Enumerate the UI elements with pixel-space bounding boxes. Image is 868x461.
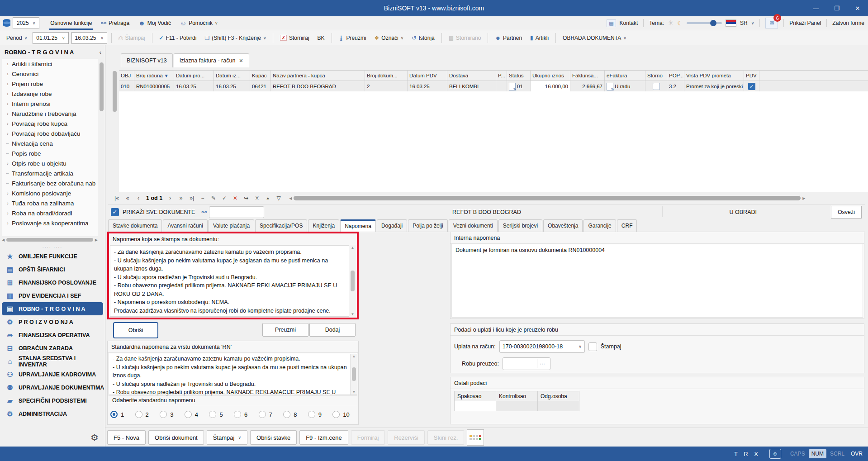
expand-chevron-icon[interactable]: › bbox=[5, 101, 10, 106]
scroll-right-icon[interactable]: ▶ bbox=[95, 238, 98, 242]
grid-cell[interactable]: 16.03.25 bbox=[408, 81, 447, 92]
grid-cell[interactable]: 010 bbox=[119, 81, 134, 92]
standard-napomena-radio-3[interactable]: 3 bbox=[160, 411, 185, 418]
grid-cell[interactable]: RN010000005 bbox=[134, 81, 174, 92]
scroll-thumb[interactable] bbox=[6, 238, 93, 242]
stampaj-button[interactable]: ⎙ Štampaj bbox=[116, 32, 148, 44]
column-header[interactable]: Storno bbox=[645, 71, 667, 81]
tab-avansni-ra-uni[interactable]: Avansni računi bbox=[163, 219, 208, 232]
radio-icon[interactable] bbox=[259, 411, 266, 418]
column-header[interactable]: Broj računa▼ bbox=[134, 71, 174, 81]
nav-last-icon[interactable]: »| bbox=[187, 195, 197, 201]
grid-cell[interactable]: 16.03.25 bbox=[214, 81, 250, 92]
column-header[interactable]: Fakturisa... bbox=[570, 71, 605, 81]
prikazi-panel-button[interactable]: Prikaži Panel bbox=[789, 20, 821, 26]
tab-garancije[interactable]: Garancije bbox=[583, 219, 616, 232]
napomena-textarea[interactable]: - Za dane kašnjenja zaračunavamo zateznu… bbox=[110, 245, 356, 317]
sidebar-module-obra-un-zarada[interactable]: ⊟OBRAČUN ZARADA bbox=[0, 342, 105, 355]
uplata-racun-select[interactable]: 170-0030020198000-18 ∨ bbox=[499, 340, 585, 353]
prikazi-sve-checkbox[interactable]: ✓ bbox=[111, 208, 119, 216]
tab-specifikacija-pos[interactable]: Specifikacija/POS bbox=[255, 219, 307, 232]
grid-cell[interactable]: Promet za koji je poreski bbox=[684, 81, 744, 92]
sidebar-module-pdv-evidencija-i-sef[interactable]: ▥PDV EVIDENCIJA I SEF bbox=[0, 289, 105, 302]
grid-cell[interactable]: 01 bbox=[507, 81, 531, 92]
istorija-button[interactable]: ↺ Istorija bbox=[409, 32, 437, 44]
collapse-sidebar-icon[interactable]: ‹ bbox=[100, 49, 101, 56]
grid-cell[interactable]: ✓ bbox=[744, 81, 759, 92]
sidebar-tree-item[interactable]: ┈Fakturisanje bez obračuna nab bbox=[2, 178, 98, 188]
knjizenje-button[interactable]: ❏ (Shift) F3 - Knjiženje ∨ bbox=[202, 32, 269, 44]
mail-button[interactable]: ✉ 6 bbox=[765, 18, 778, 29]
radio-icon[interactable] bbox=[209, 411, 216, 418]
year-select[interactable]: 2025 ∨ bbox=[13, 17, 39, 29]
tab-knji-enja[interactable]: Knjiženja bbox=[308, 219, 339, 232]
nav-prev-page-icon[interactable]: « bbox=[123, 195, 133, 201]
scroll-right-icon[interactable]: ▶ bbox=[802, 196, 805, 200]
radio-icon[interactable] bbox=[234, 411, 241, 418]
standard-napomena-radio-10[interactable]: 10 bbox=[332, 411, 357, 418]
standard-napomena-radio-7[interactable]: 7 bbox=[259, 411, 284, 418]
skini-rez--button[interactable]: Skini rez. bbox=[427, 430, 464, 445]
scroll-thumb[interactable] bbox=[351, 271, 355, 291]
checkbox-checked-icon[interactable]: ✓ bbox=[748, 83, 755, 90]
obri-i-stavke-button[interactable]: Obriši stavke bbox=[250, 430, 297, 445]
moon-icon[interactable]: ☾ bbox=[677, 19, 683, 27]
sidebar-module-robno-t-r-g-o-v-i-n-a[interactable]: ▣ROBNO - T R G O V I N A bbox=[2, 302, 103, 315]
column-header[interactable]: P... bbox=[496, 71, 507, 81]
nav-delete-icon[interactable]: − bbox=[198, 195, 208, 201]
napomena-scrollbar[interactable]: ▲ ▼ bbox=[349, 245, 356, 317]
sidebar-tree-item[interactable]: ›Narudžbine i trebovanja bbox=[2, 109, 98, 119]
radio-icon[interactable] bbox=[135, 411, 142, 418]
sidebar-module-upravljanje-dokumentima[interactable]: ⚉UPRAVLJANJE DOKUMENTIMA bbox=[0, 381, 105, 394]
grid-cell[interactable]: U radu bbox=[605, 81, 645, 92]
partneri-button[interactable]: ☻ Partneri bbox=[492, 32, 525, 44]
nav-next-page-icon[interactable]: » bbox=[176, 195, 186, 201]
splitter-handle[interactable]: ···· ···· bbox=[0, 244, 105, 250]
close-tab-icon[interactable]: ✕ bbox=[239, 58, 243, 64]
column-header[interactable]: Datum iz... bbox=[214, 71, 250, 81]
binoculars-icon[interactable]: ⚯ bbox=[201, 209, 205, 216]
menu-tab-pomo-nik[interactable]: ☺Pomoćnik∨ bbox=[175, 17, 223, 30]
tab-crf[interactable]: CRF bbox=[617, 219, 637, 232]
radio-icon[interactable] bbox=[160, 411, 167, 418]
column-header[interactable]: OBJ bbox=[119, 71, 134, 81]
minimize-button[interactable]: — bbox=[806, 0, 826, 16]
scroll-left-icon[interactable]: ◀ bbox=[289, 196, 292, 200]
sidebar-tree-item[interactable]: ┈Transformacije artikala bbox=[2, 168, 98, 178]
sidebar-tree-item[interactable]: ┈Popis robe bbox=[2, 148, 98, 158]
scroll-up-icon[interactable]: ▲ bbox=[351, 246, 355, 250]
zatvori-forme-button[interactable]: Zatvori forme bbox=[832, 20, 864, 26]
period-dropdown[interactable]: Period ∨ bbox=[4, 32, 30, 44]
potvrdi-button[interactable]: ✓ F11 - Potvrdi bbox=[157, 32, 199, 44]
sun-icon[interactable]: ☀ bbox=[668, 19, 674, 27]
scroll-down-icon[interactable]: ▼ bbox=[351, 312, 355, 316]
grid-cell[interactable]: REFOT B DOO BEOGRAD bbox=[271, 81, 365, 92]
sidebar-tree-item[interactable]: ›Cenovnici bbox=[2, 69, 98, 79]
grid-cell[interactable]: 16.03.25 bbox=[174, 81, 214, 92]
expand-chevron-icon[interactable]: › bbox=[5, 221, 10, 226]
nav-refresh-icon[interactable]: ↪ bbox=[241, 195, 251, 201]
sidebar-module-omiljene-funkcije[interactable]: ★OMILJENE FUNKCIJE bbox=[0, 250, 105, 263]
column-header[interactable]: Naziv partnera - kupca bbox=[271, 71, 365, 81]
grid-vscrollbar[interactable] bbox=[112, 70, 117, 206]
grid-cell[interactable]: BELI KOMBI bbox=[447, 81, 496, 92]
grid-view-button[interactable] bbox=[467, 429, 484, 446]
artikli-button[interactable]: ▮ Artikli bbox=[527, 32, 551, 44]
preuzmi-button[interactable]: ⭳ Preuzmi bbox=[336, 32, 369, 44]
-tampaj-button[interactable]: Štampaj∨ bbox=[207, 430, 247, 445]
expand-chevron-icon[interactable]: › bbox=[5, 62, 10, 67]
grid-cell[interactable]: 06421 bbox=[250, 81, 271, 92]
column-header[interactable]: eFaktura bbox=[605, 71, 645, 81]
grid-cell[interactable] bbox=[496, 81, 507, 92]
expand-chevron-icon[interactable]: › bbox=[5, 121, 10, 126]
sidebar-module-stalna-sredstva-i-inventar[interactable]: ⌂STALNA SREDSTVA I INVENTAR bbox=[0, 355, 105, 368]
sidebar-tree-item[interactable]: ›Tuđa roba na zalihama bbox=[2, 198, 98, 208]
menu-tab-pretraga[interactable]: ⚯Pretraga bbox=[96, 17, 134, 30]
sidebar-tree-item[interactable]: ›Poslovanje sa kooperantima bbox=[2, 218, 98, 228]
preuzmi-napomenu-button[interactable]: Preuzmi bbox=[262, 323, 308, 337]
grid-cell[interactable]: 3.2 bbox=[667, 81, 684, 92]
table-row[interactable]: 010RN01000000516.03.2516.03.2506421REFOT… bbox=[119, 81, 868, 92]
sidebar-tree-item[interactable]: ›Artikli i šifarnici bbox=[2, 59, 98, 69]
sidebar-tree-item[interactable]: ›Prijem robe bbox=[2, 79, 98, 89]
date-to-field[interactable]: 16.03.25 ∨ bbox=[71, 32, 107, 44]
